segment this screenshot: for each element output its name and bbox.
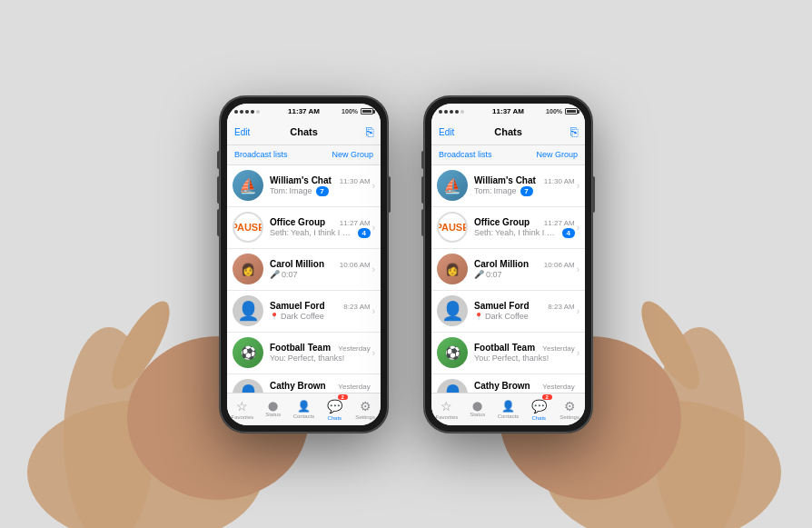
new-group-right[interactable]: New Group — [536, 150, 578, 159]
avatar-office-r: PAUSE — [437, 212, 468, 243]
battery-icon-left — [361, 108, 373, 115]
chevron-samuel-r: › — [577, 306, 579, 316]
tab-bar-right: ☆ Favorites ⬤ Status 👤 Contacts 💬 — [431, 393, 585, 425]
chat-preview-row-office: Seth: Yeah, I think I know wha… 4 — [270, 228, 371, 238]
chat-item-football-r[interactable]: ⚽ Football Team Yesterday You: Perfect, … — [431, 333, 585, 374]
tab-settings-left[interactable]: ⚙ Settings — [350, 399, 381, 420]
tab-icon-status-right: ⬤ — [472, 401, 482, 411]
status-right-right: 100% — [546, 108, 578, 115]
chat-name-samuel-r: Samuel Ford — [474, 301, 530, 311]
broadcast-lists-left[interactable]: Broadcast lists — [234, 150, 288, 159]
chat-preview-row-carol: 🎤 0:07 — [270, 270, 371, 279]
dot2 — [240, 110, 243, 114]
tab-favorites-left[interactable]: ☆ Favorites — [227, 399, 258, 420]
chat-preview-football: Perfect, thanks! — [288, 354, 345, 363]
nav-bar-right: Edit Chats ⎘ — [431, 120, 585, 145]
signal-dots-right — [439, 110, 464, 114]
chat-preview-williams-r: Image — [494, 186, 517, 195]
chat-content-carol: Carol Million 10:06 AM 🎤 0:07 — [270, 259, 371, 279]
chat-item-carol-r[interactable]: 👩 Carol Million 10:06 AM 🎤 0:07 › — [431, 249, 585, 291]
chevron-football: › — [372, 348, 375, 358]
chat-item-carol[interactable]: 👩 Carol Million 10:06 AM 🎤 0:07 › — [227, 249, 381, 291]
chat-content-football-r: Football Team Yesterday You: Perfect, th… — [474, 343, 575, 363]
chevron-office: › — [372, 223, 375, 233]
avatar-cathy-r: 👤 — [437, 379, 468, 393]
avatar-williams: ⛵ — [233, 170, 263, 201]
chat-time-carol: 10:06 AM — [340, 261, 371, 269]
tab-contacts-left[interactable]: 👤 Contacts — [289, 400, 320, 419]
compose-button-left[interactable]: ⎘ — [366, 125, 373, 139]
chat-sender-football: You: — [270, 354, 286, 363]
tab-settings-right[interactable]: ⚙ Settings — [554, 399, 585, 420]
chat-top-samuel: Samuel Ford 8:23 AM — [270, 301, 371, 311]
chat-item-office-r[interactable]: PAUSE Office Group 11:27 AM Seth: Yeah, … — [431, 207, 585, 249]
tab-status-right[interactable]: ⬤ Status — [462, 401, 493, 417]
chat-sender-office-r: Seth: — [474, 228, 493, 237]
chat-preview-row-williams: Tom: Image 7 — [270, 186, 371, 196]
phone-right-screen: 11:37 AM 100% Edit Chats ⎘ Br — [431, 104, 585, 425]
battery-pct-left: 100% — [342, 108, 358, 115]
status-right-left: 100% — [342, 108, 373, 115]
tab-chats-right[interactable]: 💬 2 Chats — [523, 398, 554, 421]
chat-time-cathy: Yesterday — [338, 383, 370, 391]
badge-williams: 7 — [316, 186, 329, 196]
tab-icon-contacts-right: 👤 — [501, 400, 515, 413]
new-group-left[interactable]: New Group — [332, 150, 373, 159]
chat-preview-row-carol-r: 🎤 0:07 — [474, 270, 575, 279]
edit-button-right[interactable]: Edit — [439, 127, 454, 137]
tab-status-left[interactable]: ⬤ Status — [258, 401, 289, 417]
chat-item-samuel[interactable]: 👤 Samuel Ford 8:23 AM 📍 Dark Coffee — [227, 291, 381, 333]
chat-item-williams[interactable]: ⛵ William's Chat 11:30 AM Tom: Image 7 — [227, 165, 381, 207]
avatar-cathy: 👤 — [233, 379, 263, 393]
nav-bar-left: Edit Chats ⎘ — [227, 120, 381, 145]
avatar-person-samuel: 👤 — [237, 300, 260, 322]
chat-name-office-r: Office Group — [474, 217, 530, 227]
chat-item-cathy[interactable]: 👤 Cathy Brown Yesterday Image › — [227, 374, 381, 393]
chat-item-samuel-r[interactable]: 👤 Samuel Ford 8:23 AM 📍 Dark Coffee — [431, 291, 585, 333]
chat-item-cathy-r[interactable]: 👤 Cathy Brown Yesterday Image › — [431, 374, 585, 393]
chevron-football-r: › — [577, 348, 579, 358]
chat-item-williams-r[interactable]: ⛵ William's Chat 11:30 AM Tom: Image 7 — [431, 165, 585, 207]
tab-badge-wrap-left: 💬 2 — [327, 398, 342, 414]
chat-time-samuel-r: 8:23 AM — [548, 303, 574, 311]
chat-content-cathy: Cathy Brown Yesterday Image — [270, 381, 371, 393]
chat-preview-carol-r: 0:07 — [486, 270, 502, 279]
dot3r — [450, 110, 453, 114]
chat-time-carol-r: 10:06 AM — [544, 261, 575, 269]
tab-label-status-left: Status — [265, 412, 281, 417]
chevron-samuel: › — [372, 306, 375, 316]
avatar-carol-r: 👩 — [437, 254, 468, 284]
chat-top-carol-r: Carol Million 10:06 AM — [474, 259, 575, 269]
mic-icon-carol-r: 🎤 — [474, 270, 484, 279]
badge-office: 4 — [358, 228, 371, 238]
chat-name-williams-r: William's Chat — [474, 175, 536, 185]
dot5r — [460, 110, 464, 114]
battery-fill-left — [362, 110, 371, 113]
tab-favorites-right[interactable]: ☆ Favorites — [431, 399, 462, 420]
chat-content-football: Football Team Yesterday You: Perfect, th… — [270, 343, 371, 363]
tab-label-settings-left: Settings — [355, 414, 375, 420]
battery-fill-right — [567, 110, 576, 113]
chat-time-williams-r: 11:30 AM — [544, 177, 575, 185]
tab-icon-chats-left: 💬 — [327, 399, 342, 413]
chat-content-office: Office Group 11:27 AM Seth: Yeah, I thin… — [270, 217, 371, 238]
broadcast-lists-right[interactable]: Broadcast lists — [439, 150, 492, 159]
chat-top-williams: William's Chat 11:30 AM — [270, 175, 371, 185]
chat-preview-office: Yeah, I think I know wha… — [291, 228, 354, 237]
compose-button-right[interactable]: ⎘ — [570, 125, 578, 139]
chat-top-football-r: Football Team Yesterday — [474, 343, 575, 353]
chat-time-samuel: 8:23 AM — [343, 303, 370, 311]
tab-contacts-right[interactable]: 👤 Contacts — [493, 400, 524, 419]
edit-button-left[interactable]: Edit — [234, 127, 250, 137]
avatar-samuel-r: 👤 — [437, 295, 468, 326]
chat-content-cathy-r: Cathy Brown Yesterday Image — [474, 381, 575, 393]
tab-icon-chats-right: 💬 — [531, 399, 547, 413]
chat-name-carol: Carol Million — [270, 259, 324, 269]
tab-chats-left[interactable]: 💬 2 Chats — [319, 398, 350, 421]
chevron-office-r: › — [577, 223, 579, 233]
chat-item-office[interactable]: PAUSE Office Group 11:27 AM Seth: Yeah, … — [227, 207, 381, 249]
dot5 — [256, 110, 260, 114]
broadcast-bar-left: Broadcast lists New Group — [227, 145, 381, 165]
chat-item-football[interactable]: ⚽ Football Team Yesterday You: Perfect, … — [227, 333, 381, 374]
tab-icon-status-left: ⬤ — [268, 401, 278, 411]
